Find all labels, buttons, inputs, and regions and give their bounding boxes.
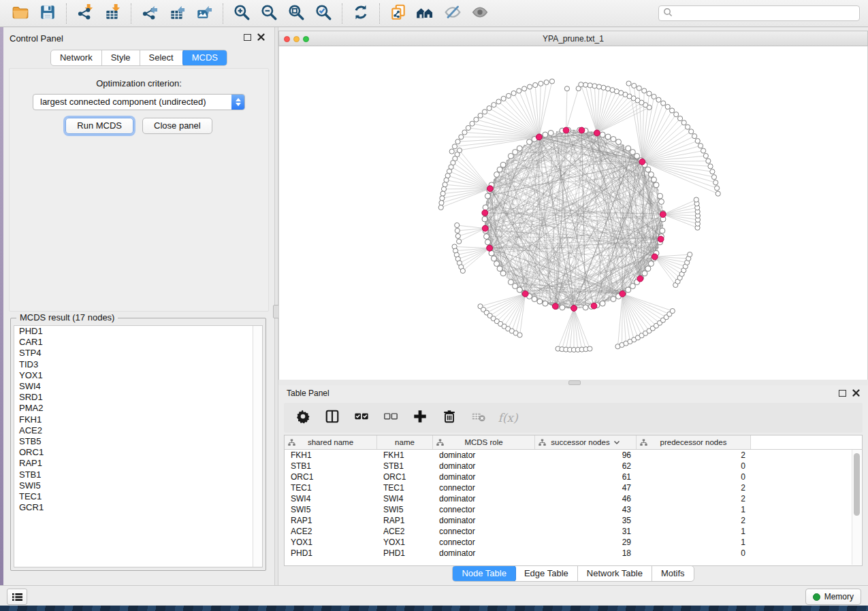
mcds-result-item[interactable]: SRD1 (14, 392, 262, 403)
cell-mcds-role[interactable]: connector (433, 538, 535, 547)
ring-node[interactable] (517, 146, 522, 151)
leaf-node[interactable] (708, 164, 713, 169)
cell-mcds-role[interactable]: dominator (433, 494, 535, 503)
cell-predecessor-nodes[interactable]: 0 (637, 548, 751, 558)
mcds-dominator-node[interactable] (487, 186, 494, 192)
network-window-titlebar[interactable]: YPA_prune.txt_1 (278, 31, 868, 46)
close-panel-icon[interactable] (257, 33, 265, 41)
leaf-node[interactable] (455, 222, 460, 227)
ring-node[interactable] (648, 261, 654, 267)
zoom-in-button[interactable] (228, 2, 255, 25)
cell-shared-name[interactable]: ACE2 (285, 527, 377, 536)
leaf-node[interactable] (626, 81, 631, 86)
mcds-result-item[interactable]: PMA2 (14, 403, 262, 414)
ring-node[interactable] (532, 296, 537, 301)
leaf-node[interactable] (637, 86, 641, 90)
mcds-dominator-node[interactable] (522, 291, 528, 297)
leaf-node[interactable] (588, 83, 592, 88)
hide-selected-button[interactable] (439, 2, 466, 25)
ring-node[interactable] (645, 167, 651, 172)
column-header-successor-nodes[interactable]: successor nodes (535, 435, 637, 449)
table-settings-button[interactable] (295, 410, 311, 426)
zoom-fit-button[interactable] (283, 2, 310, 25)
ring-node[interactable] (600, 301, 605, 306)
delete-column-button[interactable] (441, 410, 457, 426)
search-input[interactable] (658, 5, 860, 21)
leaf-node[interactable] (522, 86, 527, 91)
ring-node[interactable] (616, 139, 622, 145)
leaf-node[interactable] (588, 346, 592, 351)
cell-shared-name[interactable]: SWI4 (285, 494, 377, 503)
cell-successor-nodes[interactable]: 43 (535, 505, 637, 514)
table-row-PHD1[interactable]: PHD1PHD1dominator180 (285, 548, 862, 559)
leaf-node[interactable] (715, 186, 720, 191)
cell-successor-nodes[interactable]: 61 (535, 472, 637, 482)
leaf-node[interactable] (517, 88, 521, 93)
leaf-node[interactable] (670, 308, 675, 313)
run-mcds-button[interactable]: Run MCDS (65, 118, 133, 134)
network-graph[interactable] (279, 46, 868, 380)
mcds-result-item[interactable]: SWI5 (14, 480, 262, 491)
mcds-result-item[interactable]: GCR1 (14, 502, 262, 513)
cell-mcds-role[interactable]: connector (433, 505, 535, 514)
cell-shared-name[interactable]: TEC1 (285, 483, 377, 493)
table-row-STB1[interactable]: STB1STB1dominator620 (285, 461, 862, 472)
leaf-node[interactable] (444, 178, 449, 182)
float-panel-icon[interactable] (839, 390, 846, 397)
mcds-dominator-node[interactable] (563, 127, 569, 133)
leaf-node[interactable] (703, 153, 708, 158)
leaf-node[interactable] (439, 201, 444, 205)
cell-mcds-role[interactable]: dominator (433, 461, 535, 471)
cell-predecessor-nodes[interactable]: 1 (637, 527, 751, 536)
leaf-node[interactable] (462, 130, 467, 135)
tab-style[interactable]: Style (102, 50, 140, 65)
cell-predecessor-nodes[interactable]: 2 (637, 483, 751, 493)
ring-node[interactable] (500, 162, 506, 167)
ring-node[interactable] (492, 256, 497, 261)
leaf-node[interactable] (642, 88, 647, 93)
leaf-node[interactable] (487, 105, 492, 110)
table-scrollbar-thumb[interactable] (854, 453, 860, 516)
create-column-button[interactable] (412, 410, 428, 426)
leaf-node[interactable] (449, 149, 454, 154)
cell-shared-name[interactable]: PHD1 (285, 548, 377, 558)
mcds-dominator-node[interactable] (639, 159, 645, 165)
cell-name[interactable]: ORC1 (377, 472, 433, 482)
splitter-grip[interactable] (568, 380, 581, 385)
leaf-node[interactable] (492, 102, 496, 107)
column-header-shared-name[interactable]: shared name (285, 435, 377, 449)
cell-name[interactable]: RAP1 (377, 516, 433, 525)
mcds-result-item[interactable]: STB1 (14, 469, 262, 480)
mcds-dominator-node[interactable] (620, 291, 626, 297)
column-header-name[interactable]: name (377, 435, 433, 449)
horizontal-splitter[interactable] (278, 380, 868, 385)
ring-node[interactable] (605, 134, 611, 139)
open-session-button[interactable] (7, 2, 34, 25)
ring-node[interactable] (513, 283, 518, 288)
leaf-node[interactable] (694, 197, 698, 202)
cell-shared-name[interactable]: FKH1 (285, 450, 377, 460)
cell-name[interactable]: STB1 (377, 461, 433, 471)
cell-predecessor-nodes[interactable]: 2 (637, 494, 751, 503)
tab-node-table[interactable]: Node Table (452, 565, 516, 582)
leaf-node[interactable] (544, 80, 549, 84)
mcds-result-item[interactable]: PHD1 (14, 326, 262, 337)
leaf-node[interactable] (681, 120, 686, 125)
mcds-result-item[interactable]: FKH1 (14, 414, 262, 425)
table-scrollbar[interactable] (852, 450, 861, 565)
mcds-dominator-node[interactable] (652, 254, 658, 260)
cell-shared-name[interactable]: SWI5 (285, 505, 377, 514)
leaf-node[interactable] (674, 112, 679, 117)
cell-successor-nodes[interactable]: 29 (535, 538, 637, 547)
mcds-dominator-node[interactable] (536, 134, 542, 140)
mcds-dominator-node[interactable] (487, 245, 493, 251)
leaf-node[interactable] (455, 228, 460, 233)
cell-mcds-role[interactable]: connector (433, 527, 535, 536)
leaf-node[interactable] (470, 121, 475, 126)
leaf-node[interactable] (549, 79, 554, 84)
column-header-predecessor-nodes[interactable]: predecessor nodes (637, 435, 751, 449)
save-session-button[interactable] (34, 2, 61, 25)
cell-name[interactable]: YOX1 (377, 538, 433, 547)
cell-name[interactable]: TEC1 (377, 483, 433, 493)
hide-all-columns-button[interactable] (383, 410, 399, 426)
